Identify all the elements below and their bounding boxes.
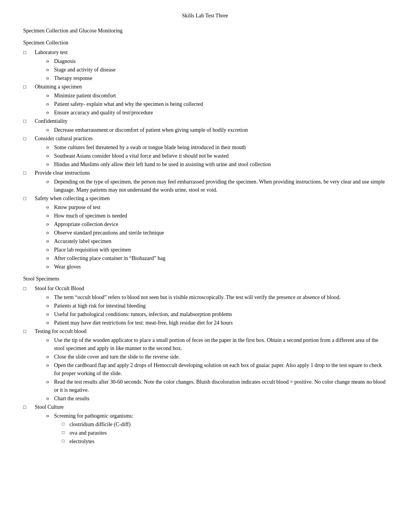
item-text: Know purpose of test xyxy=(54,203,387,211)
section-stool-specimens: Stool Specimens xyxy=(23,275,387,283)
list-item: o Therapy response xyxy=(46,74,387,82)
list-item: o The term “occult blood” refers to bloo… xyxy=(46,293,387,301)
section-specimen-collection: Specimen Collection xyxy=(23,39,387,47)
sub-bullet: o xyxy=(46,263,54,270)
list-item: o Stage and activity of disease xyxy=(46,66,387,74)
item-text: How much of specimen is needed xyxy=(54,212,387,220)
list-item: o Accurately label specimen xyxy=(46,237,387,245)
sub-sub-bullet: □ xyxy=(62,420,69,427)
sub-bullet: o xyxy=(46,57,54,65)
item-text: Open the cardboard flap and apply 2 drop… xyxy=(54,361,387,377)
item-text: Patients at high risk for intestinal ble… xyxy=(54,302,387,310)
item-text: Wear gloves xyxy=(54,263,387,271)
item-text: Stage and activity of disease xyxy=(54,66,387,74)
sub-bullet: o xyxy=(46,254,54,262)
item-text: Hindus and Muslims only allow their left… xyxy=(54,160,387,168)
sub-bullet: o xyxy=(46,152,54,160)
list-item: o Close the slide cover and turn the sli… xyxy=(46,353,387,361)
item-label: Testing for occult blood xyxy=(35,327,387,335)
sub-bullet: o xyxy=(46,353,54,360)
bullet-icon: □ xyxy=(23,48,35,56)
item-text: Chart the results xyxy=(54,394,387,403)
sub-bullet: o xyxy=(46,178,54,185)
list-item: o Useful for pathological conditions: tu… xyxy=(46,310,387,318)
sub-sub-bullet: □ xyxy=(62,437,69,444)
sub-bullet: o xyxy=(46,412,54,420)
list-item: o Depending on the type of specimen, the… xyxy=(46,178,387,194)
item-text: Minimize patient discomfort xyxy=(54,92,387,100)
list-item: o Some cultures feel threatened by a swa… xyxy=(46,143,387,151)
item-text: Read the test results after 30-60 second… xyxy=(54,378,387,394)
item-text: Therapy response xyxy=(54,74,387,82)
list-item: □ electrolytes xyxy=(62,437,387,445)
list-item: □ clostridium difficile (C-diff) xyxy=(62,420,387,428)
item-text: Decrease embarrassment or discomfort of … xyxy=(54,126,387,134)
list-item: o Decrease embarrassment or discomfort o… xyxy=(46,126,387,134)
bullet-icon: □ xyxy=(23,169,35,177)
list-item: o Chart the results xyxy=(46,394,387,403)
sub-bullet: o xyxy=(46,302,54,309)
sub-bullet: o xyxy=(46,100,54,108)
list-item: o Observe standard precautions and steri… xyxy=(46,229,387,237)
item-text: Appropriate collection device xyxy=(54,220,387,228)
list-item: o Read the test results after 30-60 seco… xyxy=(46,378,387,394)
bullet-icon: □ xyxy=(23,194,35,202)
bullet-icon: □ xyxy=(23,403,35,411)
item-label: Obtaining a specimen xyxy=(35,83,387,91)
list-item: o Ensure accuracy and quality of test/pr… xyxy=(46,109,387,117)
list-item: □ Safety when collecting a specimen xyxy=(23,194,387,202)
sub-bullet: o xyxy=(46,246,54,253)
item-text: ova and parasites xyxy=(69,429,387,437)
item-label: Provide clear instructions xyxy=(35,169,387,177)
item-label: Stool for Occult Blood xyxy=(35,284,387,292)
item-text: Observe standard precautions and sterile… xyxy=(54,229,387,237)
item-text: Some cultures feel threatened by a swab … xyxy=(54,143,387,151)
sub-bullet: o xyxy=(46,74,54,82)
item-label: Stool Culture xyxy=(35,403,387,411)
item-text: Place lab requisition with specimen xyxy=(54,246,387,254)
item-text: Screening for pathogenic organisms: xyxy=(54,412,387,420)
list-item: o Appropriate collection device xyxy=(46,220,387,228)
sub-bullet: o xyxy=(46,109,54,116)
list-item: o Diagnosis xyxy=(46,57,387,65)
sub-bullet: o xyxy=(46,203,54,211)
list-item: o Hindus and Muslims only allow their le… xyxy=(46,160,387,168)
list-item: □ Provide clear instructions xyxy=(23,169,387,177)
item-label: Laboratory test xyxy=(35,48,387,56)
page-title: Skills Lab Test Three xyxy=(23,12,387,20)
sub-bullet: o xyxy=(46,361,54,369)
item-label: Safety when collecting a specimen xyxy=(35,194,387,202)
list-item: o Screening for pathogenic organisms: xyxy=(46,412,387,420)
bullet-icon: □ xyxy=(23,327,35,335)
sub-bullet: o xyxy=(46,160,54,168)
item-text: The term “occult blood” refers to blood … xyxy=(54,293,387,301)
list-item: □ ova and parasites xyxy=(62,429,387,437)
bullet-icon: □ xyxy=(23,117,35,125)
list-item: o Minimize patient discomfort xyxy=(46,92,387,100)
list-item: □ Testing for occult blood xyxy=(23,327,387,335)
sub-bullet: o xyxy=(46,237,54,245)
sub-bullet: o xyxy=(46,212,54,219)
list-item: o Know purpose of test xyxy=(46,203,387,211)
item-text: Useful for pathological conditions: tumo… xyxy=(54,310,387,318)
sub-bullet: o xyxy=(46,229,54,236)
list-item: □ Stool Culture xyxy=(23,403,387,411)
bullet-icon: □ xyxy=(23,134,35,143)
item-text: Diagnosis xyxy=(54,57,387,65)
item-text: Close the slide cover and turn the slide… xyxy=(54,353,387,361)
item-text: clostridium difficile (C-diff) xyxy=(69,420,387,428)
sub-bullet: o xyxy=(46,310,54,318)
sub-bullet: o xyxy=(46,336,54,344)
sub-bullet: o xyxy=(46,126,54,134)
list-item: □ Consider cultural practices xyxy=(23,134,387,143)
list-item: o Wear gloves xyxy=(46,263,387,271)
list-item: □ Obtaining a specimen xyxy=(23,83,387,91)
list-item: □ Laboratory test xyxy=(23,48,387,56)
item-text: Accurately label specimen xyxy=(54,237,387,245)
item-text: Patient safety- explain what and why the… xyxy=(54,100,387,108)
item-text: Use the tip of the wooden applicator to … xyxy=(54,336,387,352)
sub-sub-bullet: □ xyxy=(62,429,69,436)
list-item: o Patients at high risk for intestinal b… xyxy=(46,302,387,310)
sub-bullet: o xyxy=(46,92,54,99)
sub-bullet: o xyxy=(46,319,54,326)
